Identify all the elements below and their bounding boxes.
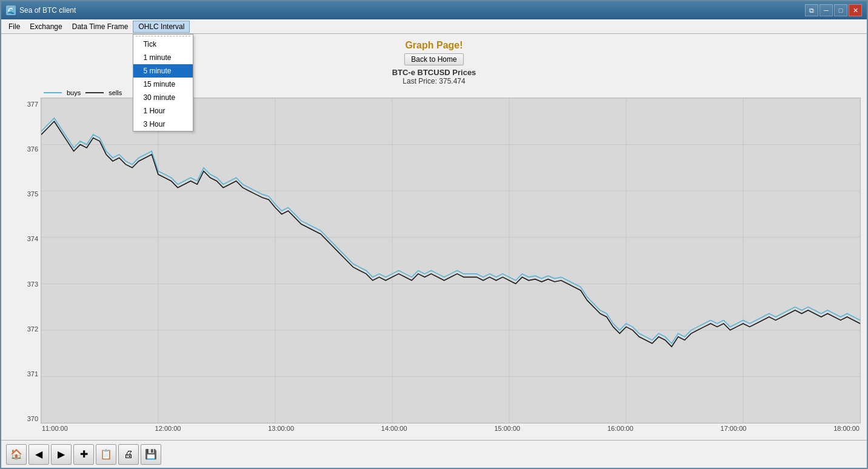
list-button[interactable]: 📋 (96, 444, 116, 465)
home-button[interactable]: 🏠 (6, 444, 27, 465)
x-label-18: 18:00:00 (833, 425, 860, 437)
ohlc-interval-menu: OHLC Interval Tick 1 minute 5 minute 15 … (133, 21, 190, 33)
y-label-372: 372 (7, 325, 41, 333)
sells-legend-line (85, 92, 104, 93)
add-button[interactable]: ✚ (73, 444, 94, 465)
y-label-373: 373 (7, 281, 41, 288)
dropdown-1min[interactable]: 1 minute (133, 51, 193, 64)
content-area: Graph Page! Back to Home BTC-e BTCUSD Pr… (1, 34, 867, 440)
x-label-15: 15:00:00 (494, 425, 520, 437)
y-label-376: 376 (7, 145, 41, 153)
menu-bar: File Exchange Data Time Frame OHLC Inter… (1, 19, 867, 34)
x-label-17: 17:00:00 (721, 425, 747, 437)
buys-legend-line (44, 92, 62, 93)
y-label-377: 377 (7, 101, 41, 108)
maximize-btn[interactable]: □ (834, 4, 847, 16)
forward-nav-button[interactable]: ▶ (51, 444, 72, 465)
chart-wrapper: 377 376 375 374 373 372 371 370 (7, 98, 861, 437)
print-button[interactable]: 🖨 (118, 444, 139, 465)
graph-header: Graph Page! Back to Home (1, 34, 867, 68)
main-window: 🌊 Sea of BTC client ⧉ ─ □ ✕ File Exchang… (0, 0, 868, 469)
buys-legend-label: buys (67, 89, 81, 96)
graph-page-title: Graph Page! (1, 40, 867, 51)
dropdown-5min[interactable]: 5 minute (133, 64, 193, 78)
title-bar-left: 🌊 Sea of BTC client (6, 5, 76, 15)
title-bar: 🌊 Sea of BTC client ⧉ ─ □ ✕ (1, 1, 867, 19)
x-label-11: 11:00:00 (42, 425, 68, 437)
dropdown-tick[interactable]: Tick (133, 38, 193, 51)
chart-svg-area (41, 98, 861, 424)
dropdown-15min[interactable]: 15 minute (133, 78, 193, 91)
bottom-toolbar: 🏠 ◀ ▶ ✚ 📋 🖨 💾 (1, 440, 867, 468)
title-bar-controls: ⧉ ─ □ ✕ (805, 4, 862, 16)
dropdown-1hour[interactable]: 1 Hour (133, 104, 193, 118)
y-label-370: 370 (7, 415, 41, 422)
window-title: Sea of BTC client (19, 6, 76, 15)
x-label-16: 16:00:00 (607, 425, 633, 437)
dropdown-separator (136, 36, 190, 36)
menu-file[interactable]: File (4, 21, 25, 32)
chart-x-axis: 11:00:00 12:00:00 13:00:00 14:00:00 15:0… (41, 424, 861, 437)
y-label-374: 374 (7, 235, 41, 242)
restore-btn[interactable]: ⧉ (805, 4, 818, 16)
save-button[interactable]: 💾 (141, 444, 161, 465)
x-label-13: 13:00:00 (268, 425, 294, 437)
buys-line (41, 118, 860, 344)
x-label-14: 14:00:00 (381, 425, 407, 437)
sells-legend-label: sells (109, 89, 122, 96)
y-label-375: 375 (7, 190, 41, 198)
menu-data-time-frame[interactable]: Data Time Frame (67, 21, 133, 32)
x-label-12: 12:00:00 (155, 425, 181, 437)
menu-ohlc-interval[interactable]: OHLC Interval (133, 21, 190, 33)
close-btn[interactable]: ✕ (849, 4, 862, 16)
app-icon: 🌊 (6, 5, 16, 15)
sells-line (41, 121, 860, 347)
ohlc-dropdown: Tick 1 minute 5 minute 15 minute 30 minu… (133, 34, 193, 131)
chart-main: 11:00:00 12:00:00 13:00:00 14:00:00 15:0… (41, 98, 861, 437)
y-label-371: 371 (7, 370, 41, 378)
chart-svg (41, 98, 860, 423)
chart-container: BTC-e BTCUSD Prices Last Price: 375.474 … (1, 68, 867, 440)
minimize-btn[interactable]: ─ (820, 4, 833, 16)
dropdown-30min[interactable]: 30 minute (133, 91, 193, 104)
menu-exchange[interactable]: Exchange (25, 21, 67, 32)
back-to-home-button[interactable]: Back to Home (404, 53, 463, 65)
chart-y-axis: 377 376 375 374 373 372 371 370 (7, 98, 41, 437)
dropdown-3hour[interactable]: 3 Hour (133, 118, 193, 131)
back-nav-button[interactable]: ◀ (28, 444, 49, 465)
